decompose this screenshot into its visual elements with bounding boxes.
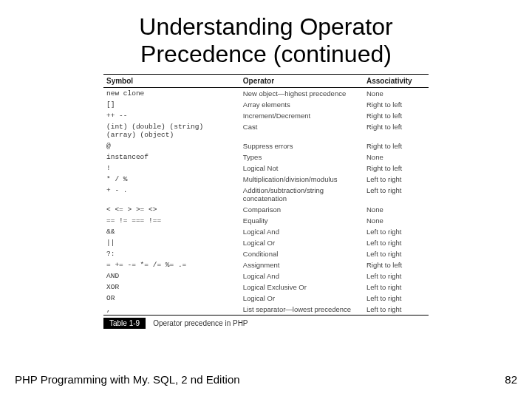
cell-operator: List separator—lowest precedence (240, 304, 364, 316)
cell-operator: Logical Exclusive Or (240, 282, 364, 293)
cell-symbol: instanceof (103, 151, 240, 163)
footer-left: PHP Programming with My. SQL, 2 nd Editi… (15, 373, 240, 386)
table-row: ,List separator—lowest precedenceLeft to… (103, 304, 429, 316)
footer-page-number: 82 (505, 373, 517, 386)
slide: Understanding Operator Precedence (conti… (0, 0, 532, 399)
cell-symbol: ?: (103, 248, 240, 259)
cell-symbol: || (103, 237, 240, 248)
cell-assoc: Left to right (364, 304, 429, 316)
cell-operator: Suppress errors (240, 140, 364, 151)
cell-symbol: + - . (103, 185, 240, 204)
table-caption-row: Table 1-9 Operator precedence in PHP (103, 315, 429, 329)
cell-operator: Conditional (240, 248, 364, 259)
cell-symbol: < <= > >= <> (103, 204, 240, 215)
caption-text: Operator precedence in PHP (153, 319, 248, 327)
cell-operator: Logical And (240, 270, 364, 282)
cell-symbol: (int) (double) (string) (array) (object) (103, 121, 240, 140)
table-header-row: Symbol Operator Associativity (103, 74, 429, 87)
cell-assoc: Left to right (364, 270, 429, 282)
cell-operator: Logical And (240, 226, 364, 237)
slide-title: Understanding Operator Precedence (conti… (21, 13, 511, 68)
cell-operator: Types (240, 151, 364, 163)
cell-symbol: OR (103, 293, 240, 304)
cell-operator: Logical Or (240, 293, 364, 304)
precedence-table: Symbol Operator Associativity new cloneN… (103, 74, 429, 329)
cell-operator: New object—highest precedence (240, 87, 364, 99)
cell-symbol: new clone (103, 87, 240, 99)
cell-operator: Array elements (240, 99, 364, 110)
cell-assoc: Left to right (364, 282, 429, 293)
cell-symbol: == != === !== (103, 215, 240, 226)
cell-operator: Logical Or (240, 237, 364, 248)
cell-operator: Equality (240, 215, 364, 226)
header-assoc: Associativity (364, 74, 429, 87)
table-row: * / %Multiplication/division/modulusLeft… (103, 174, 429, 185)
table-row: ||Logical OrLeft to right (103, 237, 429, 248)
cell-symbol: ++ -- (103, 110, 240, 121)
cell-operator: Cast (240, 121, 364, 140)
cell-symbol: @ (103, 140, 240, 151)
cell-assoc: None (364, 151, 429, 163)
table-row: == != === !==EqualityNone (103, 215, 429, 226)
table-row: !Logical NotRight to left (103, 163, 429, 174)
cell-assoc: None (364, 87, 429, 99)
table-row: ?:ConditionalLeft to right (103, 248, 429, 259)
cell-assoc: Right to left (364, 259, 429, 270)
header-operator: Operator (240, 74, 364, 87)
cell-operator: Assignment (240, 259, 364, 270)
slide-footer: PHP Programming with My. SQL, 2 nd Editi… (15, 373, 517, 386)
cell-assoc: Left to right (364, 174, 429, 185)
caption-tag: Table 1-9 (103, 318, 146, 329)
table-row: new cloneNew object—highest precedenceNo… (103, 87, 429, 99)
cell-operator: Logical Not (240, 163, 364, 174)
title-line-2: Precedence (continued) (140, 41, 392, 67)
cell-symbol: * / % (103, 174, 240, 185)
cell-assoc: Right to left (364, 110, 429, 121)
cell-symbol: && (103, 226, 240, 237)
cell-symbol: AND (103, 270, 240, 282)
cell-assoc: None (364, 215, 429, 226)
table-row: + - .Addition/subtraction/string concate… (103, 185, 429, 204)
precedence-table-wrap: Symbol Operator Associativity new cloneN… (103, 74, 429, 329)
table-caption: Table 1-9 Operator precedence in PHP (103, 316, 429, 329)
cell-assoc: Left to right (364, 237, 429, 248)
cell-symbol: = += -= *= /= %= .= (103, 259, 240, 270)
cell-operator: Comparison (240, 204, 364, 215)
table-row: < <= > >= <>ComparisonNone (103, 204, 429, 215)
cell-operator: Addition/subtraction/string concatenatio… (240, 185, 364, 204)
table-row: ORLogical OrLeft to right (103, 293, 429, 304)
table-row: ++ --Increment/DecrementRight to left (103, 110, 429, 121)
cell-operator: Multiplication/division/modulus (240, 174, 364, 185)
table-row: (int) (double) (string) (array) (object)… (103, 121, 429, 140)
cell-assoc: Left to right (364, 185, 429, 204)
cell-assoc: Right to left (364, 99, 429, 110)
cell-symbol: XOR (103, 282, 240, 293)
cell-assoc: Left to right (364, 293, 429, 304)
table-row: instanceofTypesNone (103, 151, 429, 163)
cell-assoc: Left to right (364, 248, 429, 259)
cell-operator: Increment/Decrement (240, 110, 364, 121)
cell-assoc: Left to right (364, 226, 429, 237)
cell-assoc: Right to left (364, 121, 429, 140)
table-body: new cloneNew object—highest precedenceNo… (103, 87, 429, 315)
cell-symbol: ! (103, 163, 240, 174)
table-row: []Array elementsRight to left (103, 99, 429, 110)
cell-assoc: None (364, 204, 429, 215)
table-row: XORLogical Exclusive OrLeft to right (103, 282, 429, 293)
table-row: = += -= *= /= %= .=AssignmentRight to le… (103, 259, 429, 270)
cell-assoc: Right to left (364, 140, 429, 151)
table-row: @Suppress errorsRight to left (103, 140, 429, 151)
table-row: ANDLogical AndLeft to right (103, 270, 429, 282)
title-line-1: Understanding Operator (139, 13, 392, 40)
header-symbol: Symbol (103, 74, 240, 87)
cell-symbol: [] (103, 99, 240, 110)
cell-assoc: Right to left (364, 163, 429, 174)
cell-symbol: , (103, 304, 240, 316)
table-row: &&Logical AndLeft to right (103, 226, 429, 237)
